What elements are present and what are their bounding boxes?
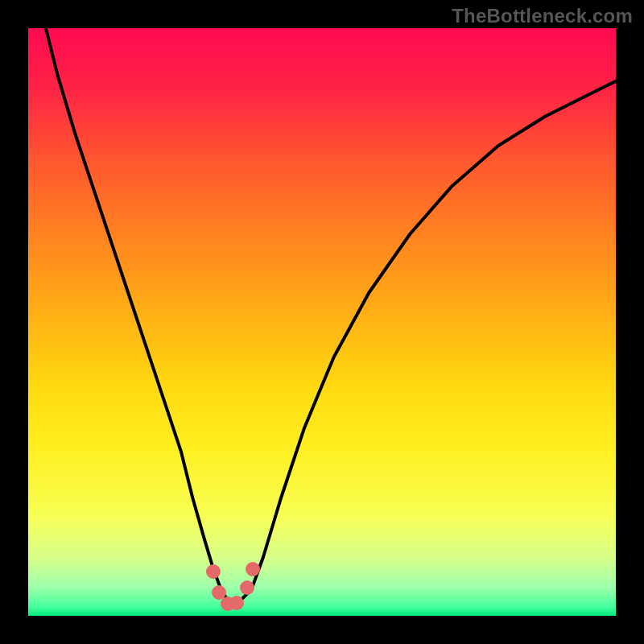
bottleneck-curve <box>28 28 616 616</box>
curve-marker <box>246 562 260 576</box>
curve-marker <box>240 580 254 595</box>
curve-marker <box>206 564 221 579</box>
watermark-text: TheBottleneck.com <box>452 5 633 27</box>
curve-marker <box>229 596 244 610</box>
chart-frame: TheBottleneck.com <box>0 0 644 644</box>
plot-area <box>28 28 616 616</box>
